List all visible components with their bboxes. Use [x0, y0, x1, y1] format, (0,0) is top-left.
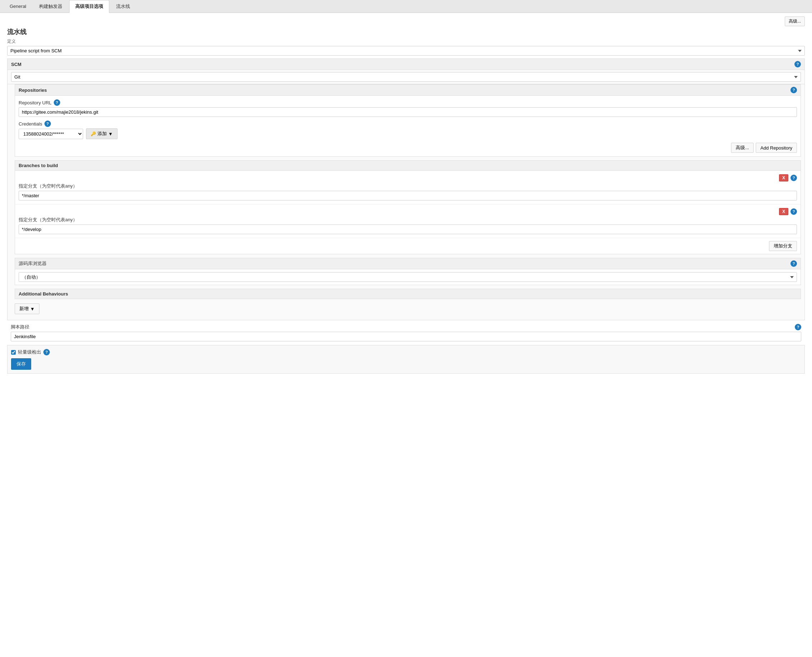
remove-branch-2-button[interactable]: X	[779, 208, 788, 215]
lightweight-label: 轻量级检出	[18, 349, 41, 355]
script-label: 脚本路径	[11, 324, 29, 330]
page-title: 流水线	[7, 28, 805, 36]
browser-body: （自动）	[15, 269, 801, 285]
add-credentials-button[interactable]: 🔑 添加 ▼	[86, 128, 118, 139]
branch-2-header: X ?	[19, 208, 797, 215]
repo-url-help-icon[interactable]: ?	[54, 99, 60, 106]
repo-url-label-row: Repository URL ?	[19, 99, 797, 106]
repositories-header: Repositories ?	[15, 85, 801, 96]
credentials-label: Credentials	[19, 121, 42, 127]
branch-item-2: X ? 指定分支（为空时代表any）	[15, 204, 801, 238]
scm-section: SCM ? Git Repositories ? Repository URL …	[7, 58, 805, 320]
bottom-section: 轻量级检出 ? 保存	[7, 345, 805, 374]
script-section: 脚本路径 ?	[7, 324, 805, 341]
repo-url-input[interactable]	[19, 107, 797, 117]
key-icon: 🔑	[91, 131, 96, 136]
branch-2-label: 指定分支（为空时代表any）	[19, 216, 797, 223]
branch-1-input[interactable]	[19, 191, 797, 201]
branch-1-label: 指定分支（为空时代表any）	[19, 183, 797, 189]
repositories-section: Repositories ? Repository URL ? Credenti…	[15, 84, 801, 157]
additional-header: Additional Behaviours	[15, 289, 801, 299]
scm-help-icon[interactable]: ?	[795, 61, 801, 67]
pipeline-definition-wrapper: Pipeline script from SCM	[7, 46, 805, 56]
scm-title: SCM	[11, 62, 22, 67]
additional-section: Additional Behaviours 新增 ▼	[15, 289, 801, 316]
top-advanced-button[interactable]: 高级...	[785, 17, 805, 26]
repositories-title: Repositories	[19, 87, 47, 93]
script-label-row: 脚本路径 ?	[11, 324, 801, 330]
git-select[interactable]: Git	[11, 72, 801, 82]
remove-branch-1-button[interactable]: X	[779, 174, 788, 181]
new-dropdown-arrow: ▼	[30, 306, 35, 311]
credentials-input-row: 13588024002/****** 🔑 添加 ▼	[19, 128, 797, 139]
repositories-body: Repository URL ? Credentials ? 135880240…	[15, 96, 801, 156]
new-label: 新增	[19, 305, 29, 312]
browser-help-icon[interactable]: ?	[790, 260, 797, 267]
branch-item-1: X ? 指定分支（为空时代表any）	[15, 171, 801, 204]
branch-1-header: X ?	[19, 174, 797, 181]
pipeline-definition-select[interactable]: Pipeline script from SCM	[7, 46, 805, 56]
branches-title: Branches to build	[19, 163, 58, 168]
new-button-row: 新增 ▼	[15, 301, 801, 316]
git-select-row: Git	[8, 70, 804, 84]
add-dropdown-arrow: ▼	[108, 131, 113, 137]
branches-section: Branches to build X ? 指定分支（为空时代表any） X ?…	[15, 160, 801, 254]
browser-label: 源码库浏览器	[19, 260, 47, 267]
script-help-icon[interactable]: ?	[795, 324, 801, 330]
new-behaviour-button[interactable]: 新增 ▼	[15, 304, 39, 314]
branches-header: Branches to build	[15, 161, 801, 171]
tab-build-trigger[interactable]: 构建触发器	[33, 0, 68, 13]
lightweight-checkbox[interactable]	[11, 350, 16, 355]
add-repository-button[interactable]: Add Repository	[756, 143, 797, 153]
save-button[interactable]: 保存	[11, 358, 31, 370]
tabs-bar: General 构建触发器 高级项目选项 流水线	[0, 0, 812, 13]
repo-url-row: Repository URL ?	[19, 99, 797, 117]
lightweight-row: 轻量级检出 ?	[11, 349, 801, 355]
script-input[interactable]	[11, 332, 801, 341]
add-branch-row: 增加分支	[15, 238, 801, 254]
definition-label: 定义	[7, 38, 805, 45]
add-branch-button[interactable]: 增加分支	[769, 241, 797, 251]
top-right-area: 高级...	[7, 17, 805, 26]
credentials-select[interactable]: 13588024002/******	[19, 129, 83, 139]
browser-section: 源码库浏览器 ? （自动）	[15, 258, 801, 285]
credentials-help-icon[interactable]: ?	[44, 120, 51, 127]
branch-2-help-icon[interactable]: ?	[790, 209, 797, 215]
tab-advanced-options[interactable]: 高级项目选项	[69, 0, 109, 13]
lightweight-help-icon[interactable]: ?	[43, 349, 50, 355]
advanced-button[interactable]: 高级...	[731, 143, 754, 153]
tab-general[interactable]: General	[3, 0, 32, 12]
browser-select[interactable]: （自动）	[19, 272, 797, 282]
credentials-label-row: Credentials ?	[19, 120, 797, 127]
credentials-row-wrapper: Credentials ? 13588024002/****** 🔑 添加 ▼	[19, 120, 797, 139]
main-content: 高级... 流水线 定义 Pipeline script from SCM SC…	[0, 13, 812, 657]
repositories-help-icon[interactable]: ?	[790, 87, 797, 93]
scm-header: SCM ?	[8, 59, 804, 70]
browser-header: 源码库浏览器 ?	[15, 258, 801, 269]
branch-1-help-icon[interactable]: ?	[790, 174, 797, 181]
add-credentials-label: 添加	[98, 131, 107, 137]
tab-pipeline[interactable]: 流水线	[110, 0, 136, 13]
repo-buttons-row: 高级... Add Repository	[19, 143, 797, 153]
repo-url-label: Repository URL	[19, 100, 51, 106]
branch-2-input[interactable]	[19, 224, 797, 234]
